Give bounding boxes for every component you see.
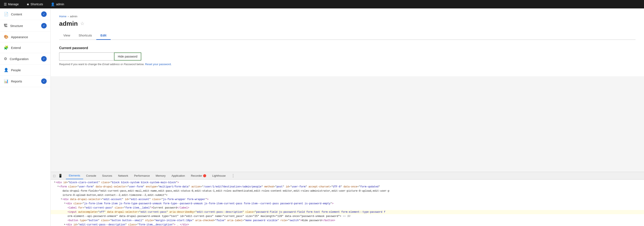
sidebar-item-configuration[interactable]: ⚙ Configuration ✓ bbox=[0, 53, 50, 65]
sidebar-item-appearance[interactable]: 🎨 Appearance bbox=[0, 32, 50, 42]
code-line-5[interactable]: ▼ <div data-drupal-selector="edit-accoun… bbox=[51, 197, 644, 202]
current-password-section: Current password Hide password Required … bbox=[59, 46, 636, 66]
breadcrumb-home[interactable]: Home bbox=[59, 15, 66, 18]
devtools-tabbar: ⬚ 📱 Elements Console Sources Network Per… bbox=[51, 172, 644, 180]
devtools-inspect-icon[interactable]: ⬚ bbox=[52, 173, 56, 179]
devtools-more-icon[interactable]: ⋮ bbox=[229, 173, 238, 179]
user-label: admin bbox=[56, 2, 64, 6]
page-title-row: admin ☆ bbox=[59, 20, 636, 27]
sidebar-label-extend: Extend bbox=[11, 46, 21, 49]
code-line-8[interactable]: <input autocomplete="off" data-drupal-se… bbox=[51, 210, 644, 214]
code-line-9[interactable]: orm-element--api-password-unmask" data-d… bbox=[51, 214, 644, 219]
content-chevron: ✓ bbox=[41, 11, 47, 17]
expand-icon-11[interactable]: ▶ bbox=[64, 223, 66, 226]
sidebar-label-people: People bbox=[11, 68, 21, 72]
devtools-tab-application[interactable]: Application bbox=[168, 173, 188, 179]
manage-menu[interactable]: ☰ Manage bbox=[2, 1, 20, 7]
sidebar-label-configuration: Configuration bbox=[10, 57, 28, 61]
breadcrumb-current: admin bbox=[70, 15, 77, 18]
sidebar-item-structure[interactable]: 🏗 Structure ✓ bbox=[0, 20, 50, 32]
extend-icon: 🧩 bbox=[4, 45, 8, 50]
devtools-tab-lighthouse[interactable]: Lighthouse bbox=[209, 173, 229, 179]
user-menu[interactable]: 👤 admin bbox=[49, 1, 66, 7]
page-title: admin bbox=[59, 20, 78, 27]
main-layout: 📄 Content ✓ 🏗 Structure ✓ 🎨 Appearance 🧩… bbox=[0, 8, 644, 226]
devtools-tab-elements[interactable]: Elements bbox=[66, 172, 83, 179]
people-icon: 👤 bbox=[4, 68, 8, 72]
structure-chevron: ✓ bbox=[41, 23, 47, 28]
sidebar-item-people[interactable]: 👤 People bbox=[0, 65, 50, 75]
content-inner: Home › admin admin ☆ View Shortcuts Edit bbox=[51, 8, 644, 76]
code-line-7[interactable]: <label for="edit-current-pass" class="fo… bbox=[51, 206, 644, 210]
expand-icon-6[interactable]: ▼ bbox=[64, 202, 66, 205]
devtools-tab-performance[interactable]: Performance bbox=[131, 173, 153, 179]
devtools-icons-left: ⬚ 📱 bbox=[52, 173, 63, 179]
devtools-tab-sources[interactable]: Sources bbox=[99, 173, 115, 179]
star-nav-icon: ★ bbox=[26, 2, 29, 6]
reset-password-link[interactable]: Reset your password. bbox=[145, 63, 172, 66]
expand-icon-5[interactable]: ▼ bbox=[61, 198, 62, 201]
sidebar-item-content[interactable]: 📄 Content ✓ bbox=[0, 8, 50, 20]
code-line-10[interactable]: <button type="button" class="button butt… bbox=[51, 219, 644, 223]
page-tabs: View Shortcuts Edit bbox=[59, 31, 636, 40]
content-area: Home › admin admin ☆ View Shortcuts Edit bbox=[51, 8, 644, 172]
manage-label: Manage bbox=[8, 2, 19, 6]
code-line-11[interactable]: ▶ <div id="edit-current-pass--descriptio… bbox=[51, 223, 644, 226]
code-line-3[interactable]: data-drupal-form-fields="edit-current-pa… bbox=[51, 189, 644, 193]
favorite-star-icon[interactable]: ☆ bbox=[80, 21, 84, 26]
sidebar: 📄 Content ✓ 🏗 Structure ✓ 🎨 Appearance 🧩… bbox=[0, 8, 51, 226]
sidebar-label-appearance: Appearance bbox=[11, 35, 28, 39]
password-input-row: Hide password bbox=[59, 52, 636, 60]
code-line-1[interactable]: ▼ <div id="block-claro-content" class="b… bbox=[51, 181, 644, 185]
shortcuts-nav-label: Shortcuts bbox=[30, 2, 43, 6]
user-icon: 👤 bbox=[51, 2, 55, 6]
reports-icon: 📊 bbox=[4, 79, 8, 83]
expand-icon-2[interactable]: ▼ bbox=[58, 185, 59, 188]
hide-password-button[interactable]: Hide password bbox=[114, 52, 141, 60]
structure-icon: 🏗 bbox=[4, 24, 8, 28]
devtools-tab-console[interactable]: Console bbox=[83, 173, 99, 179]
sidebar-item-extend[interactable]: 🧩 Extend bbox=[0, 42, 50, 53]
breadcrumb-separator: › bbox=[68, 15, 68, 18]
breadcrumb: Home › admin bbox=[59, 15, 636, 18]
reports-chevron: ✓ bbox=[41, 78, 47, 84]
tab-shortcuts[interactable]: Shortcuts bbox=[74, 31, 96, 40]
tab-edit[interactable]: Edit bbox=[96, 31, 111, 40]
shortcuts-menu[interactable]: ★ Shortcuts bbox=[25, 1, 45, 7]
sidebar-label-content: Content bbox=[11, 12, 22, 16]
current-password-input[interactable] bbox=[59, 52, 114, 60]
sidebar-item-reports[interactable]: 📊 Reports ✓ bbox=[0, 75, 50, 87]
form-hint: Required if you want to change the Email… bbox=[59, 63, 636, 66]
current-password-label: Current password bbox=[59, 46, 636, 50]
top-navigation: ☰ Manage ★ Shortcuts 👤 admin bbox=[0, 0, 644, 8]
hamburger-icon: ☰ bbox=[4, 2, 7, 6]
content-icon: 📄 bbox=[4, 12, 8, 16]
configuration-icon: ⚙ bbox=[4, 56, 7, 61]
appearance-icon: 🎨 bbox=[4, 34, 8, 39]
devtools-device-icon[interactable]: 📱 bbox=[58, 173, 63, 179]
devtools-tab-network[interactable]: Network bbox=[115, 173, 131, 179]
configuration-chevron: ✓ bbox=[41, 56, 47, 62]
sidebar-label-reports: Reports bbox=[11, 79, 22, 83]
expand-icon-1[interactable]: ▼ bbox=[54, 181, 55, 184]
devtools-tab-recorder[interactable]: Recorder 🔴 bbox=[188, 173, 209, 179]
sidebar-label-structure: Structure bbox=[10, 24, 23, 28]
code-line-6[interactable]: ▼ <div class="js-form-item form-item js-… bbox=[51, 202, 644, 206]
devtools-code-content: ▼ <div id="block-claro-content" class="b… bbox=[51, 180, 644, 226]
tab-view[interactable]: View bbox=[59, 31, 74, 40]
code-line-4[interactable]: icture-0-upload-button,edit-contact--2,e… bbox=[51, 193, 644, 197]
devtools-panel: ⬚ 📱 Elements Console Sources Network Per… bbox=[51, 172, 644, 226]
code-line-2[interactable]: ▼ <form class="user-form" data-drupal-se… bbox=[51, 185, 644, 189]
devtools-tab-memory[interactable]: Memory bbox=[153, 173, 168, 179]
